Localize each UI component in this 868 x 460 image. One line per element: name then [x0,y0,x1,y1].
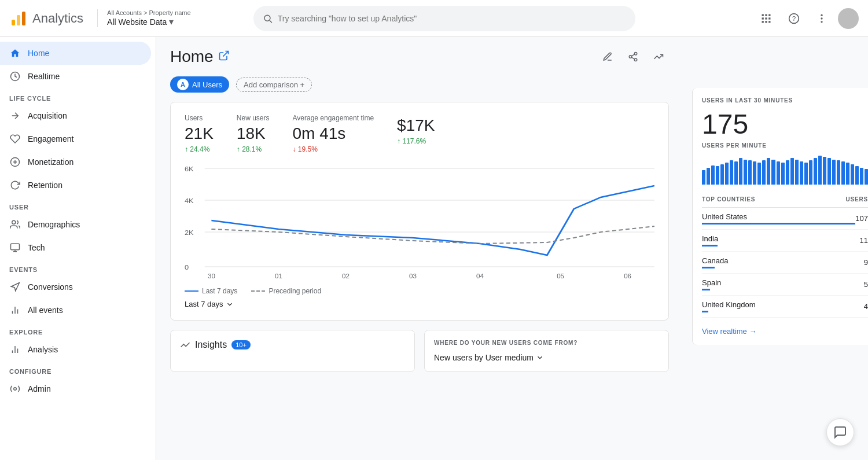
bar-mini [767,158,770,185]
topbar: Analytics All Accounts > Property name A… [0,0,868,37]
page-actions [597,46,669,67]
breadcrumb-dropdown-button[interactable]: ▾ [169,16,174,27]
bar-mini [702,170,705,185]
svg-rect-1 [17,15,20,25]
country-count: 9 [864,258,868,267]
bar-mini [827,158,831,185]
acquisition-icon [9,110,21,122]
svg-rect-0 [12,20,15,25]
bar-mini [809,160,812,185]
bar-mini [814,158,817,185]
logo: Analytics [9,9,83,28]
svg-point-31 [14,388,17,391]
svg-text:0: 0 [185,264,189,271]
bar-mini [800,161,803,185]
country-info: United States [702,212,855,225]
country-info: Spain [702,278,864,290]
share-button[interactable] [623,46,643,67]
legend-preceding: Preceding period [251,287,321,295]
edit-page-button[interactable] [597,46,618,67]
country-count: 11 [860,236,868,245]
bar-mini [753,161,756,185]
bar-mini [823,157,826,185]
countries-list: United States 107 India 11 Canada 9 Spai… [702,208,868,318]
sidebar-item-analysis[interactable]: Analysis [0,338,151,361]
revenue-value: $17K [397,116,435,135]
bar-mini [730,160,733,185]
metric-revenue: $17K ↑ 117.6% [397,114,435,153]
sidebar-acquisition-label: Acquisition [28,111,67,120]
svg-line-36 [631,57,634,59]
bar-mini [795,160,799,185]
bar-mini [781,163,785,185]
new-users-change: ↑ 28.1% [237,145,270,153]
svg-point-16 [821,14,822,16]
sidebar-item-monetization[interactable]: Monetization [0,150,151,174]
admin-icon [9,383,21,395]
share-icon [628,51,638,62]
sidebar-section-events: EVENTS [0,259,156,275]
country-row: United Kingdom 4 [702,296,868,318]
bar-mini [725,163,729,185]
svg-rect-12 [765,21,767,23]
conversions-icon [9,281,21,293]
new-users-card: WHERE DO YOUR NEW USERS COME FROM? New u… [424,330,669,372]
bar-mini [786,160,789,185]
page-external-link-icon[interactable] [218,50,230,64]
sidebar-item-acquisition[interactable]: Acquisition [0,104,151,127]
bar-mini [818,156,822,185]
sidebar-realtime-label: Realtime [28,72,60,81]
bar-mini [777,161,780,185]
sidebar-item-conversions[interactable]: Conversions [0,275,151,299]
svg-point-23 [12,220,16,224]
legend-preceding-label: Preceding period [269,287,321,295]
sidebar-item-realtime[interactable]: Realtime [0,65,151,88]
monetization-icon [9,156,21,168]
country-count: 107 [855,214,868,223]
svg-point-34 [629,56,632,58]
apps-button[interactable] [755,7,778,30]
sidebar-item-demographics[interactable]: Demographics [0,213,151,236]
sidebar-item-engagement[interactable]: Engagement [0,127,151,150]
engagement-label: Average engagement time [293,114,374,122]
right-sidebar: USERS IN LAST 30 MINUTES 175 USERS PER M… [683,37,868,460]
chip-label: All Users [192,80,222,89]
breadcrumb-current: All Website Data [107,17,167,27]
country-row: United States 107 [702,208,868,230]
trend-button[interactable] [648,46,669,67]
all-users-chip[interactable]: A All Users [170,76,229,93]
sidebar-item-admin[interactable]: Admin [0,377,151,400]
insights-header: Insights 10+ [180,340,405,350]
chat-icon [833,425,847,439]
search-input[interactable] [278,14,627,23]
date-range-button[interactable]: Last 7 days [185,300,234,308]
help-button[interactable]: ? [782,7,806,30]
sidebar-item-all-events[interactable]: All events [0,299,151,322]
sidebar-item-retention[interactable]: Retention [0,174,151,197]
bar-mini [804,163,808,185]
view-realtime-link[interactable]: View realtime → [702,327,868,336]
main-panels: Home [156,37,868,460]
new-users-title: WHERE DO YOUR NEW USERS COME FROM? [434,340,659,346]
svg-text:05: 05 [557,273,564,278]
users-change: ↑ 24.4% [185,145,214,153]
metrics-row: Users 21K ↑ 24.4% New users 18K ↑ 28.1% … [171,102,668,153]
realtime-per-minute-label: USERS PER MINUTE [702,142,868,149]
bar-mini [762,160,766,185]
main-chart: 6K 4K 2K 0 [185,163,654,278]
sidebar-item-home[interactable]: Home [0,42,151,65]
new-users-dropdown[interactable]: New users by User medium [434,353,659,362]
svg-line-37 [631,54,634,56]
sidebar-retention-label: Retention [28,181,62,190]
svg-point-35 [634,58,637,61]
sidebar-item-tech[interactable]: Tech [0,236,151,259]
sidebar-monetization-label: Monetization [28,157,73,167]
svg-text:2K: 2K [185,229,194,237]
avatar[interactable] [838,8,859,29]
chevron-down-icon [536,354,544,362]
chat-button[interactable] [826,418,854,446]
add-comparison-button[interactable]: Add comparison + [236,78,312,92]
legend-last7-line [185,290,198,292]
more-options-button[interactable] [810,7,833,30]
analysis-icon [9,344,21,355]
